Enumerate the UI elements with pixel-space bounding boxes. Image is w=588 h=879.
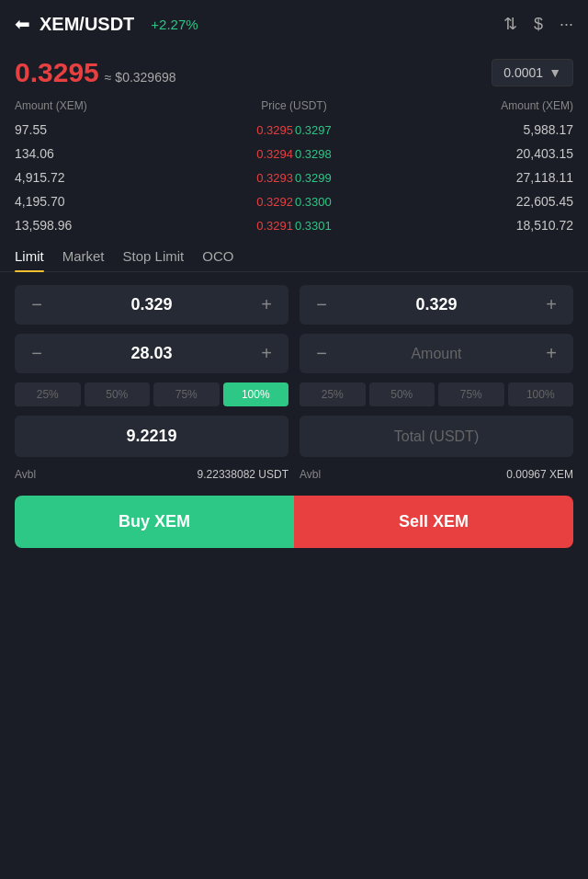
buy-price-value: 0.329 [130,295,172,314]
ob-amount-right: 20,403.15 [387,146,573,161]
sell-avbl-label: Avbl [300,468,321,481]
sell-total-placeholder: Total (USDT) [394,428,479,444]
sell-price-stepper[interactable]: − 0.329 + [300,285,573,325]
order-book: Amount (XEM) Price (USDT) Amount (XEM) 9… [0,96,588,237]
buy-amount-increase[interactable]: + [255,343,277,364]
header-actions: ⇅ $ ··· [503,14,573,34]
trade-tabs: Limit Market Stop Limit OCO [0,237,588,272]
buy-amount-value: 28.03 [130,344,172,363]
buy-price-decrease[interactable]: − [26,294,48,315]
buy-price-stepper[interactable]: − 0.329 + [15,285,288,325]
table-row: 4,195.70 0.32920.3300 22,605.45 [15,189,573,213]
ob-amount-left: 4,195.70 [15,194,201,209]
ob-amount-right: 5,988.17 [387,122,573,137]
price-approx: ≈ $0.329698 [105,70,176,85]
sell-pct-25[interactable]: 25% [300,382,366,406]
sell-button[interactable]: Sell XEM [294,496,573,548]
dollar-icon[interactable]: $ [534,15,543,34]
ob-amount-left: 4,915.72 [15,170,201,185]
chart-icon[interactable]: ⇅ [503,14,517,34]
back-icon[interactable]: ⬅ [15,13,30,35]
sell-pct-row: 25% 50% 75% 100% [300,382,573,406]
sell-price-decrease[interactable]: − [311,294,333,315]
trading-panel: − 0.329 + − 28.03 + 25% 50% 75% 100% 9.2… [0,272,588,496]
sell-pct-50[interactable]: 50% [369,382,435,406]
ob-amount-left: 97.55 [15,122,201,137]
table-row: 134.06 0.32940.3298 20,403.15 [15,142,573,166]
ob-amount-left: 13,598.96 [15,218,201,233]
tab-market[interactable]: Market [62,248,105,271]
ob-prices: 0.32930.3299 [201,171,388,185]
buy-price-increase[interactable]: + [255,294,277,315]
buy-avbl-value: 9.22338082 USDT [198,468,288,481]
header: ⬅ XEM/USDT +2.27% ⇅ $ ··· [0,0,588,48]
dropdown-value: 0.0001 [503,65,543,80]
sell-amount-stepper[interactable]: − Amount + [300,334,573,373]
sell-pct-100[interactable]: 100% [508,382,574,406]
ob-header: Amount (XEM) Price (USDT) Amount (XEM) [15,96,573,118]
buy-amount-decrease[interactable]: − [26,343,48,364]
buy-side: − 0.329 + − 28.03 + 25% 50% 75% 100% 9.2… [15,285,288,483]
pair-title: XEM/USDT [40,14,134,35]
chevron-down-icon: ▼ [548,65,561,80]
ob-col-amount-right: Amount (XEM) [387,99,573,112]
sell-pct-75[interactable]: 75% [438,382,504,406]
current-price: 0.3295 [15,57,99,88]
price-section: 0.3295 ≈ $0.329698 0.0001 ▼ [0,48,588,96]
ob-prices: 0.32940.3298 [201,147,388,161]
price-dropdown[interactable]: 0.0001 ▼ [492,59,573,86]
buy-avbl: Avbl 9.22338082 USDT [15,466,288,483]
ob-col-price: Price (USDT) [201,99,388,112]
buy-total: 9.2219 [15,416,288,457]
more-icon[interactable]: ··· [560,15,573,34]
sell-amount-increase[interactable]: + [540,343,562,364]
ob-amount-right: 22,605.45 [387,194,573,209]
buy-pct-25[interactable]: 25% [15,382,81,406]
sell-amount-decrease[interactable]: − [311,343,333,364]
buy-pct-50[interactable]: 50% [85,382,151,406]
sell-avbl-value: 0.00967 XEM [506,468,573,481]
table-row: 97.55 0.32950.3297 5,988.17 [15,118,573,142]
ob-amount-right: 18,510.72 [387,218,573,233]
ob-amount-left: 134.06 [15,146,201,161]
buy-pct-100[interactable]: 100% [223,382,289,406]
sell-price-increase[interactable]: + [540,294,562,315]
table-row: 13,598.96 0.32910.3301 18,510.72 [15,213,573,237]
buy-button[interactable]: Buy XEM [15,496,294,548]
sell-side: − 0.329 + − Amount + 25% 50% 75% 100% To… [300,285,573,483]
ob-amount-right: 27,118.11 [387,170,573,185]
ob-prices: 0.32920.3300 [201,195,388,209]
tab-oco[interactable]: OCO [202,248,233,271]
tab-stop-limit[interactable]: Stop Limit [123,248,185,271]
table-row: 4,915.72 0.32930.3299 27,118.11 [15,166,573,189]
buy-total-value: 9.2219 [126,427,176,445]
buy-pct-75[interactable]: 75% [153,382,220,406]
buy-amount-stepper[interactable]: − 28.03 + [15,334,288,373]
price-change: +2.27% [151,17,198,32]
action-buttons: Buy XEM Sell XEM [0,496,588,566]
tab-limit[interactable]: Limit [15,248,44,271]
sell-price-value: 0.329 [415,295,457,314]
ob-prices: 0.32910.3301 [201,219,388,233]
buy-pct-row: 25% 50% 75% 100% [15,382,288,406]
buy-avbl-label: Avbl [15,468,36,481]
sell-amount-placeholder: Amount [411,346,461,362]
ob-col-amount-left: Amount (XEM) [15,99,201,112]
ob-prices: 0.32950.3297 [201,123,388,137]
sell-avbl: Avbl 0.00967 XEM [300,466,573,483]
sell-total: Total (USDT) [300,416,573,457]
